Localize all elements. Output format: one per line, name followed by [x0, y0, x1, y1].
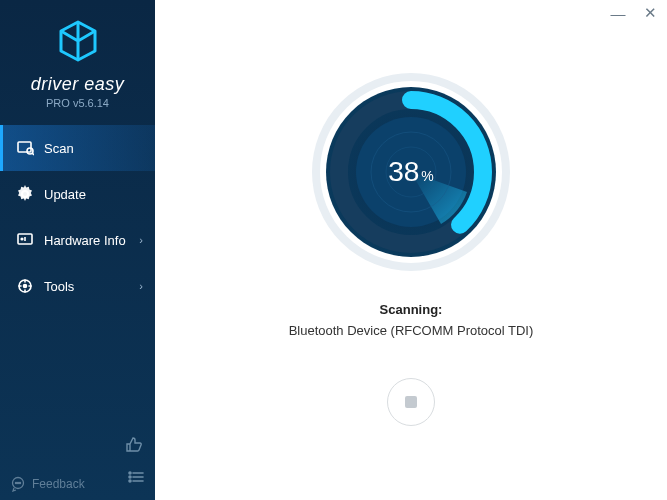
- nav-item-scan[interactable]: Scan: [0, 125, 155, 171]
- status-title: Scanning:: [289, 302, 534, 317]
- svg-point-7: [24, 285, 27, 288]
- feedback-label: Feedback: [32, 477, 85, 491]
- svg-rect-0: [18, 142, 31, 152]
- nav-label: Tools: [44, 279, 74, 294]
- svg-point-14: [129, 480, 131, 482]
- feedback-button[interactable]: Feedback: [10, 476, 85, 492]
- nav-label: Scan: [44, 141, 74, 156]
- brand-name: driver easy: [0, 74, 155, 95]
- chevron-right-icon: ›: [139, 280, 143, 292]
- svg-point-12: [129, 472, 131, 474]
- logo-section: driver easy PRO v5.6.14: [0, 0, 155, 117]
- sidebar: driver easy PRO v5.6.14 Scan Update: [0, 0, 155, 500]
- gear-icon: [16, 185, 34, 203]
- tools-icon: [16, 277, 34, 295]
- svg-point-10: [17, 482, 18, 483]
- version-label: PRO v5.6.14: [0, 97, 155, 109]
- scan-progress-ring: 38 %: [311, 72, 511, 272]
- stop-button[interactable]: [387, 378, 435, 426]
- logo-icon: [55, 18, 101, 68]
- feedback-icon: [10, 476, 26, 492]
- nav-item-hardware-info[interactable]: Hardware Info ›: [0, 217, 155, 263]
- percent-sign: %: [421, 168, 433, 184]
- svg-point-9: [15, 482, 16, 483]
- titlebar: — ✕: [609, 4, 659, 22]
- status-detail: Bluetooth Device (RFCOMM Protocol TDI): [289, 323, 534, 338]
- svg-point-13: [129, 476, 131, 478]
- minimize-button[interactable]: —: [609, 5, 627, 22]
- thumbs-up-button[interactable]: [125, 436, 143, 458]
- close-button[interactable]: ✕: [641, 4, 659, 22]
- chevron-right-icon: ›: [139, 234, 143, 246]
- nav-label: Update: [44, 187, 86, 202]
- nav-label: Hardware Info: [44, 233, 126, 248]
- list-button[interactable]: [127, 468, 145, 490]
- main-content: — ✕: [155, 0, 667, 500]
- svg-point-4: [21, 238, 23, 240]
- hardware-info-icon: [16, 231, 34, 249]
- nav-item-update[interactable]: Update: [0, 171, 155, 217]
- svg-point-11: [19, 482, 20, 483]
- progress-percentage: 38 %: [388, 156, 434, 188]
- nav-item-tools[interactable]: Tools ›: [0, 263, 155, 309]
- status-section: Scanning: Bluetooth Device (RFCOMM Proto…: [289, 302, 534, 338]
- progress-value: 38: [388, 156, 419, 188]
- scan-icon: [16, 139, 34, 157]
- svg-line-2: [32, 153, 34, 155]
- stop-icon: [405, 396, 417, 408]
- nav-list: Scan Update Hardware Info ›: [0, 125, 155, 309]
